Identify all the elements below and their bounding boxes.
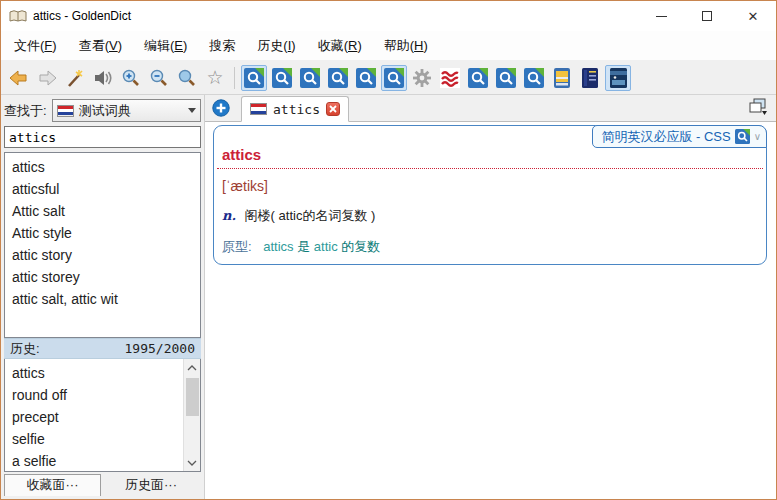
minimize-icon: [656, 16, 667, 17]
dictbar-dictionary-9[interactable]: [521, 65, 547, 91]
dictbar-dictionary-5[interactable]: [353, 65, 379, 91]
yellow-book-icon: [553, 68, 571, 88]
favorites-panel-tab[interactable]: 收藏面···: [4, 474, 101, 496]
dictbar-yellow-book[interactable]: [549, 65, 575, 91]
menu-help[interactable]: 帮助(H): [373, 33, 439, 59]
article-definition: n. 阁楼( attic的名词复数 ): [222, 207, 766, 225]
dictionary-icon: [468, 68, 488, 88]
history-count: 1995/2000: [125, 341, 195, 356]
scroll-down-icon[interactable]: [184, 454, 201, 471]
suggestion-item[interactable]: attic story: [12, 244, 200, 266]
back-button[interactable]: [6, 65, 32, 91]
origin-link-attic[interactable]: attic: [314, 239, 338, 254]
history-scrollbar[interactable]: [183, 359, 200, 471]
zoom-out-button[interactable]: [146, 65, 172, 91]
origin-link-attics[interactable]: attics: [263, 239, 293, 254]
edit-dictionaries-button[interactable]: [409, 65, 435, 91]
zoom-reset-icon: [177, 68, 197, 88]
dictbar-dictionary-8[interactable]: [493, 65, 519, 91]
dictionary-icon: [524, 68, 544, 88]
gear-icon: [412, 68, 432, 88]
dictbar-dictionary-3[interactable]: [297, 65, 323, 91]
plus-icon: [212, 99, 230, 117]
origin-line: 原型: attics 是 attic 的复数: [222, 238, 766, 256]
dictionary-group-select[interactable]: 测试词典: [52, 99, 201, 122]
suggestion-item[interactable]: attic salt, attic wit: [12, 288, 200, 310]
dictbar-dictionary-2[interactable]: [269, 65, 295, 91]
group-select-value: 测试词典: [79, 102, 183, 120]
scrollbar-thumb[interactable]: [186, 378, 199, 416]
zoom-out-icon: [149, 68, 169, 88]
tab-close-button[interactable]: [326, 102, 340, 116]
tab-attics[interactable]: attics: [241, 96, 349, 122]
dictionary-icon: [356, 68, 376, 88]
close-icon: [329, 105, 337, 113]
chevron-down-icon: [188, 108, 196, 113]
history-item[interactable]: a selfie: [12, 450, 182, 472]
dictionary-icon: [735, 129, 750, 144]
main-toolbar: ☆: [1, 61, 776, 95]
menu-search[interactable]: 搜索: [198, 33, 246, 59]
tab-list-button[interactable]: [746, 96, 770, 118]
history-list[interactable]: attics round off precept selfie a selfie…: [4, 359, 201, 472]
dictionary-icon: [272, 68, 292, 88]
menu-edit[interactable]: 编辑(E): [133, 33, 198, 59]
history-item[interactable]: precept: [12, 406, 182, 428]
dictbar-dictionary-6[interactable]: [381, 65, 407, 91]
navy-book-icon: [582, 68, 598, 88]
red-waves-icon: [440, 68, 460, 88]
back-icon: [9, 69, 29, 87]
scroll-up-icon[interactable]: [184, 359, 201, 376]
dictbar-dictionary-4[interactable]: [325, 65, 351, 91]
forward-button[interactable]: [34, 65, 60, 91]
history-header: 历史: 1995/2000: [4, 338, 201, 359]
sound-icon: [93, 68, 113, 88]
menu-file[interactable]: 文件(F): [3, 33, 68, 59]
search-input[interactable]: [4, 126, 201, 148]
wand-button[interactable]: [62, 65, 88, 91]
pronounce-button[interactable]: [90, 65, 116, 91]
history-item[interactable]: selfie: [12, 428, 182, 450]
forward-icon: [37, 69, 57, 87]
part-of-speech: n.: [222, 208, 236, 223]
dictbar-red-waves[interactable]: [437, 65, 463, 91]
close-button[interactable]: ✕: [730, 1, 776, 31]
star-icon: ☆: [206, 68, 223, 87]
history-item[interactable]: round off: [12, 384, 182, 406]
origin-label: 原型:: [222, 239, 252, 254]
maximize-button[interactable]: [684, 1, 730, 31]
search-pane: 查找于: 测试词典 attics atticsful Attic salt At…: [1, 95, 205, 499]
suggestion-item[interactable]: attic storey: [12, 266, 200, 288]
dictionary-icon: [384, 68, 404, 88]
dictbar-dictionary-7[interactable]: [465, 65, 491, 91]
dictionary-icon: [328, 68, 348, 88]
dictionary-icon: [300, 68, 320, 88]
history-panel-tab[interactable]: 历史面···: [101, 474, 201, 496]
article-phonetic: [ˈætiks]: [222, 178, 766, 194]
article-headword: attics: [222, 146, 766, 163]
minimize-button[interactable]: [638, 1, 684, 31]
menu-view[interactable]: 查看(V): [68, 33, 133, 59]
tab-bar: attics: [205, 95, 776, 122]
add-favorite-button[interactable]: ☆: [202, 65, 228, 91]
zoom-in-icon: [121, 68, 141, 88]
zoom-in-button[interactable]: [118, 65, 144, 91]
add-tab-button[interactable]: [209, 96, 233, 119]
dictbar-cambridge[interactable]: [605, 65, 631, 91]
suggestion-list[interactable]: attics atticsful Attic salt Attic style …: [4, 152, 201, 338]
dictbar-navy-book[interactable]: [577, 65, 603, 91]
title-bar: attics - GoldenDict ✕: [1, 1, 776, 31]
suggestion-item[interactable]: Attic salt: [12, 200, 200, 222]
menu-history[interactable]: 历史(I): [246, 33, 306, 59]
dictionary-badge[interactable]: 简明英汉必应版 - CSS ∨: [592, 125, 767, 148]
history-item[interactable]: attics: [12, 362, 182, 384]
suggestion-item[interactable]: atticsful: [12, 178, 200, 200]
dictbar-dictionary-1[interactable]: [241, 65, 267, 91]
app-book-icon: [9, 9, 27, 24]
dictionary-icon: [244, 68, 264, 88]
menu-favorites[interactable]: 收藏(R): [307, 33, 373, 59]
article-pane: attics 简明英汉必应版 - CSS ∨ attics [ˈætiks: [205, 95, 776, 499]
zoom-reset-button[interactable]: [174, 65, 200, 91]
suggestion-item[interactable]: Attic style: [12, 222, 200, 244]
suggestion-item[interactable]: attics: [12, 156, 200, 178]
